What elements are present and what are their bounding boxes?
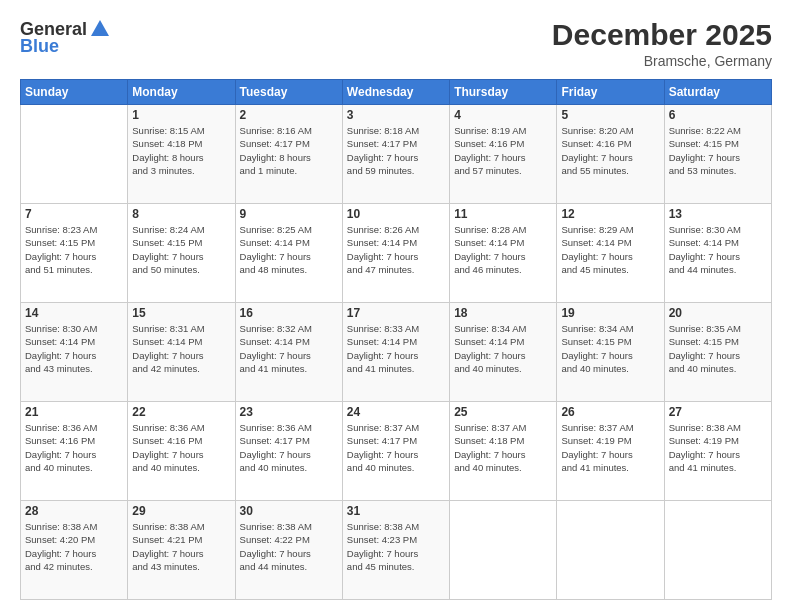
day-number: 5 [561, 108, 659, 122]
day-info: Sunrise: 8:29 AM Sunset: 4:14 PM Dayligh… [561, 223, 659, 276]
title-block: December 2025 Bramsche, Germany [552, 18, 772, 69]
day-info: Sunrise: 8:34 AM Sunset: 4:14 PM Dayligh… [454, 322, 552, 375]
day-info: Sunrise: 8:25 AM Sunset: 4:14 PM Dayligh… [240, 223, 338, 276]
logo-blue: Blue [20, 36, 59, 57]
calendar-cell [557, 501, 664, 600]
calendar-cell: 7Sunrise: 8:23 AM Sunset: 4:15 PM Daylig… [21, 204, 128, 303]
col-header-friday: Friday [557, 80, 664, 105]
week-row-1: 7Sunrise: 8:23 AM Sunset: 4:15 PM Daylig… [21, 204, 772, 303]
calendar-cell: 22Sunrise: 8:36 AM Sunset: 4:16 PM Dayli… [128, 402, 235, 501]
day-number: 24 [347, 405, 445, 419]
day-number: 28 [25, 504, 123, 518]
day-info: Sunrise: 8:32 AM Sunset: 4:14 PM Dayligh… [240, 322, 338, 375]
day-number: 21 [25, 405, 123, 419]
calendar-cell: 31Sunrise: 8:38 AM Sunset: 4:23 PM Dayli… [342, 501, 449, 600]
day-number: 25 [454, 405, 552, 419]
day-info: Sunrise: 8:28 AM Sunset: 4:14 PM Dayligh… [454, 223, 552, 276]
day-number: 7 [25, 207, 123, 221]
calendar-cell: 29Sunrise: 8:38 AM Sunset: 4:21 PM Dayli… [128, 501, 235, 600]
col-header-monday: Monday [128, 80, 235, 105]
day-info: Sunrise: 8:19 AM Sunset: 4:16 PM Dayligh… [454, 124, 552, 177]
calendar-cell: 9Sunrise: 8:25 AM Sunset: 4:14 PM Daylig… [235, 204, 342, 303]
day-info: Sunrise: 8:18 AM Sunset: 4:17 PM Dayligh… [347, 124, 445, 177]
day-number: 19 [561, 306, 659, 320]
day-info: Sunrise: 8:38 AM Sunset: 4:21 PM Dayligh… [132, 520, 230, 573]
day-number: 8 [132, 207, 230, 221]
week-row-3: 21Sunrise: 8:36 AM Sunset: 4:16 PM Dayli… [21, 402, 772, 501]
calendar-cell: 8Sunrise: 8:24 AM Sunset: 4:15 PM Daylig… [128, 204, 235, 303]
day-info: Sunrise: 8:37 AM Sunset: 4:18 PM Dayligh… [454, 421, 552, 474]
day-number: 4 [454, 108, 552, 122]
day-info: Sunrise: 8:38 AM Sunset: 4:23 PM Dayligh… [347, 520, 445, 573]
day-number: 6 [669, 108, 767, 122]
calendar-cell: 27Sunrise: 8:38 AM Sunset: 4:19 PM Dayli… [664, 402, 771, 501]
day-info: Sunrise: 8:33 AM Sunset: 4:14 PM Dayligh… [347, 322, 445, 375]
col-header-tuesday: Tuesday [235, 80, 342, 105]
day-info: Sunrise: 8:23 AM Sunset: 4:15 PM Dayligh… [25, 223, 123, 276]
calendar-cell: 18Sunrise: 8:34 AM Sunset: 4:14 PM Dayli… [450, 303, 557, 402]
day-info: Sunrise: 8:36 AM Sunset: 4:17 PM Dayligh… [240, 421, 338, 474]
day-info: Sunrise: 8:37 AM Sunset: 4:17 PM Dayligh… [347, 421, 445, 474]
calendar-cell: 30Sunrise: 8:38 AM Sunset: 4:22 PM Dayli… [235, 501, 342, 600]
day-info: Sunrise: 8:37 AM Sunset: 4:19 PM Dayligh… [561, 421, 659, 474]
day-number: 10 [347, 207, 445, 221]
calendar-cell: 28Sunrise: 8:38 AM Sunset: 4:20 PM Dayli… [21, 501, 128, 600]
calendar-cell: 24Sunrise: 8:37 AM Sunset: 4:17 PM Dayli… [342, 402, 449, 501]
calendar-cell: 3Sunrise: 8:18 AM Sunset: 4:17 PM Daylig… [342, 105, 449, 204]
calendar-cell: 13Sunrise: 8:30 AM Sunset: 4:14 PM Dayli… [664, 204, 771, 303]
col-header-wednesday: Wednesday [342, 80, 449, 105]
col-header-thursday: Thursday [450, 80, 557, 105]
day-info: Sunrise: 8:20 AM Sunset: 4:16 PM Dayligh… [561, 124, 659, 177]
calendar-header: SundayMondayTuesdayWednesdayThursdayFrid… [21, 80, 772, 105]
calendar-cell: 5Sunrise: 8:20 AM Sunset: 4:16 PM Daylig… [557, 105, 664, 204]
calendar-cell: 14Sunrise: 8:30 AM Sunset: 4:14 PM Dayli… [21, 303, 128, 402]
day-info: Sunrise: 8:16 AM Sunset: 4:17 PM Dayligh… [240, 124, 338, 177]
day-number: 31 [347, 504, 445, 518]
day-number: 16 [240, 306, 338, 320]
day-info: Sunrise: 8:38 AM Sunset: 4:22 PM Dayligh… [240, 520, 338, 573]
day-info: Sunrise: 8:36 AM Sunset: 4:16 PM Dayligh… [25, 421, 123, 474]
day-number: 17 [347, 306, 445, 320]
calendar-cell: 16Sunrise: 8:32 AM Sunset: 4:14 PM Dayli… [235, 303, 342, 402]
page: General Blue December 2025 Bramsche, Ger… [0, 0, 792, 612]
day-info: Sunrise: 8:26 AM Sunset: 4:14 PM Dayligh… [347, 223, 445, 276]
day-number: 27 [669, 405, 767, 419]
day-number: 15 [132, 306, 230, 320]
day-info: Sunrise: 8:15 AM Sunset: 4:18 PM Dayligh… [132, 124, 230, 177]
day-info: Sunrise: 8:38 AM Sunset: 4:20 PM Dayligh… [25, 520, 123, 573]
day-info: Sunrise: 8:34 AM Sunset: 4:15 PM Dayligh… [561, 322, 659, 375]
calendar-table: SundayMondayTuesdayWednesdayThursdayFrid… [20, 79, 772, 600]
month-title: December 2025 [552, 18, 772, 51]
day-info: Sunrise: 8:36 AM Sunset: 4:16 PM Dayligh… [132, 421, 230, 474]
day-info: Sunrise: 8:30 AM Sunset: 4:14 PM Dayligh… [25, 322, 123, 375]
header-row: SundayMondayTuesdayWednesdayThursdayFrid… [21, 80, 772, 105]
day-number: 9 [240, 207, 338, 221]
week-row-4: 28Sunrise: 8:38 AM Sunset: 4:20 PM Dayli… [21, 501, 772, 600]
day-info: Sunrise: 8:24 AM Sunset: 4:15 PM Dayligh… [132, 223, 230, 276]
calendar-cell: 21Sunrise: 8:36 AM Sunset: 4:16 PM Dayli… [21, 402, 128, 501]
day-info: Sunrise: 8:31 AM Sunset: 4:14 PM Dayligh… [132, 322, 230, 375]
day-number: 23 [240, 405, 338, 419]
week-row-2: 14Sunrise: 8:30 AM Sunset: 4:14 PM Dayli… [21, 303, 772, 402]
calendar-cell [664, 501, 771, 600]
day-number: 26 [561, 405, 659, 419]
day-number: 20 [669, 306, 767, 320]
calendar-cell: 6Sunrise: 8:22 AM Sunset: 4:15 PM Daylig… [664, 105, 771, 204]
calendar-cell: 1Sunrise: 8:15 AM Sunset: 4:18 PM Daylig… [128, 105, 235, 204]
day-info: Sunrise: 8:30 AM Sunset: 4:14 PM Dayligh… [669, 223, 767, 276]
day-number: 13 [669, 207, 767, 221]
calendar-cell: 12Sunrise: 8:29 AM Sunset: 4:14 PM Dayli… [557, 204, 664, 303]
day-info: Sunrise: 8:35 AM Sunset: 4:15 PM Dayligh… [669, 322, 767, 375]
day-number: 3 [347, 108, 445, 122]
calendar-cell: 25Sunrise: 8:37 AM Sunset: 4:18 PM Dayli… [450, 402, 557, 501]
calendar-cell: 11Sunrise: 8:28 AM Sunset: 4:14 PM Dayli… [450, 204, 557, 303]
col-header-sunday: Sunday [21, 80, 128, 105]
day-number: 29 [132, 504, 230, 518]
col-header-saturday: Saturday [664, 80, 771, 105]
day-info: Sunrise: 8:38 AM Sunset: 4:19 PM Dayligh… [669, 421, 767, 474]
location: Bramsche, Germany [552, 53, 772, 69]
logo-icon [89, 18, 111, 40]
calendar-cell: 23Sunrise: 8:36 AM Sunset: 4:17 PM Dayli… [235, 402, 342, 501]
day-number: 1 [132, 108, 230, 122]
calendar-cell: 2Sunrise: 8:16 AM Sunset: 4:17 PM Daylig… [235, 105, 342, 204]
